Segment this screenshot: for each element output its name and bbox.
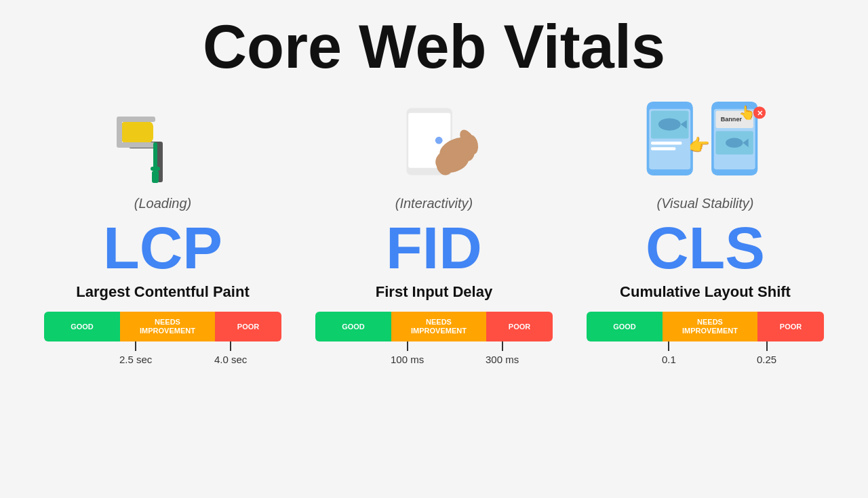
fid-marker-line-2 — [502, 341, 503, 351]
cls-threshold-1: 0.1 — [662, 354, 676, 365]
cls-icon: Banner ✕ 👉 👆 — [637, 87, 773, 196]
fid-threshold-2: 300 ms — [486, 354, 519, 365]
cls-bar-poor: POOR — [757, 312, 824, 341]
fid-marker-line-1 — [407, 341, 408, 351]
cls-markers: 0.1 0.25 — [587, 341, 824, 367]
fid-bar-poor: POOR — [486, 312, 553, 341]
fid-markers: 100 ms 300 ms — [315, 341, 553, 367]
cls-name: Cumulative Layout Shift — [620, 283, 791, 301]
lcp-bar-poor: POOR — [215, 312, 281, 341]
metrics-row: (Loading) LCP Largest Contentful Paint G… — [0, 87, 868, 367]
fid-bar-needs: NEEDSIMPROVEMENT — [391, 312, 486, 341]
lcp-bar-container: GOOD NEEDSIMPROVEMENT POOR 2.5 sec 4.0 s… — [44, 312, 281, 367]
svg-point-22 — [658, 118, 681, 130]
fid-name: First Input Delay — [376, 283, 492, 301]
fid-marker-2: 300 ms — [486, 341, 519, 365]
cls-marker-1: 0.1 — [662, 341, 676, 365]
svg-rect-4 — [119, 117, 155, 122]
fid-bar: GOOD NEEDSIMPROVEMENT POOR — [315, 312, 553, 341]
svg-rect-24 — [651, 142, 682, 145]
lcp-icon — [108, 87, 217, 196]
cls-marker-line-2 — [766, 341, 768, 351]
lcp-threshold-2: 4.0 sec — [214, 354, 247, 365]
fid-marker-1: 100 ms — [391, 341, 424, 365]
svg-point-33 — [726, 138, 743, 148]
svg-rect-7 — [153, 142, 157, 169]
lcp-bar-needs: NEEDSIMPROVEMENT — [120, 312, 215, 341]
cls-bar: GOOD NEEDSIMPROVEMENT POOR — [587, 312, 824, 341]
cls-marker-line-1 — [668, 341, 669, 351]
lcp-bar-good: GOOD — [44, 312, 120, 341]
fid-category: (Interactivity) — [395, 196, 473, 211]
svg-rect-25 — [651, 147, 675, 150]
svg-text:👉: 👉 — [688, 135, 710, 156]
page-title: Core Web Vitals — [203, 14, 665, 81]
svg-rect-8 — [151, 167, 160, 171]
metric-fid: (Interactivity) FID First Input Delay GO… — [298, 87, 570, 367]
svg-rect-9 — [152, 171, 159, 183]
lcp-name: Largest Contentful Paint — [76, 283, 249, 301]
cls-marker-2: 0.25 — [757, 341, 776, 365]
cls-category: (Visual Stability) — [656, 196, 753, 211]
lcp-bar: GOOD NEEDSIMPROVEMENT POOR — [44, 312, 281, 341]
lcp-marker-line-1 — [135, 341, 136, 351]
cls-bar-container: GOOD NEEDSIMPROVEMENT POOR 0.1 0.25 — [587, 312, 824, 367]
lcp-threshold-1: 2.5 sec — [119, 354, 152, 365]
svg-rect-5 — [119, 142, 155, 148]
cls-bar-good: GOOD — [587, 312, 663, 341]
cls-acronym: CLS — [646, 218, 765, 278]
svg-text:✕: ✕ — [757, 109, 763, 117]
cls-bar-needs: NEEDSIMPROVEMENT — [663, 312, 757, 341]
fid-icon — [373, 87, 495, 196]
svg-rect-3 — [121, 121, 153, 143]
lcp-category: (Loading) — [134, 196, 192, 211]
fid-bar-good: GOOD — [315, 312, 391, 341]
lcp-markers: 2.5 sec 4.0 sec — [44, 341, 281, 367]
lcp-marker-2: 4.0 sec — [214, 341, 247, 365]
fid-bar-container: GOOD NEEDSIMPROVEMENT POOR 100 ms 300 ms — [315, 312, 553, 367]
svg-point-16 — [435, 137, 443, 144]
svg-rect-6 — [117, 117, 122, 148]
fid-threshold-1: 100 ms — [391, 354, 424, 365]
cls-threshold-2: 0.25 — [757, 354, 776, 365]
metric-cls: Banner ✕ 👉 👆 (Visual Stability) CLS Cumu… — [570, 87, 841, 367]
lcp-marker-line-2 — [230, 341, 231, 351]
metric-lcp: (Loading) LCP Largest Contentful Paint G… — [27, 87, 298, 367]
lcp-marker-1: 2.5 sec — [119, 341, 152, 365]
lcp-acronym: LCP — [103, 218, 222, 278]
fid-acronym: FID — [386, 218, 482, 278]
svg-text:👆: 👆 — [738, 104, 755, 121]
